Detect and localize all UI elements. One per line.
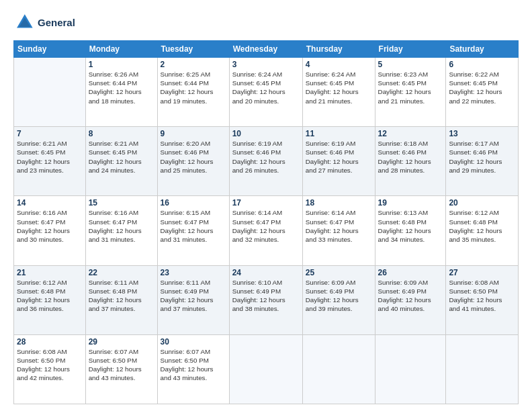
day-number: 27 — [449, 268, 515, 277]
day-number: 19 — [378, 198, 443, 208]
calendar-day-29: 29Sunrise: 6:07 AM Sunset: 6:50 PM Dayli… — [85, 334, 157, 404]
calendar-week-5: 28Sunrise: 6:08 AM Sunset: 6:50 PM Dayli… — [14, 334, 519, 404]
day-info: Sunrise: 6:16 AM Sunset: 6:47 PM Dayligh… — [89, 208, 154, 244]
day-number: 9 — [161, 129, 226, 138]
calendar-empty-cell — [14, 58, 86, 127]
day-number: 28 — [17, 337, 83, 347]
day-info: Sunrise: 6:18 AM Sunset: 6:46 PM Dayligh… — [378, 139, 443, 175]
logo-text: General — [38, 17, 75, 29]
calendar-day-9: 9Sunrise: 6:20 AM Sunset: 6:46 PM Daylig… — [157, 127, 229, 196]
calendar-day-25: 25Sunrise: 6:09 AM Sunset: 6:49 PM Dayli… — [302, 265, 375, 334]
day-info: Sunrise: 6:09 AM Sunset: 6:49 PM Dayligh… — [378, 278, 443, 314]
calendar-day-23: 23Sunrise: 6:11 AM Sunset: 6:49 PM Dayli… — [157, 265, 229, 334]
day-info: Sunrise: 6:07 AM Sunset: 6:50 PM Dayligh… — [89, 347, 154, 383]
day-info: Sunrise: 6:12 AM Sunset: 6:48 PM Dayligh… — [449, 208, 515, 244]
day-number: 21 — [17, 268, 83, 277]
day-info: Sunrise: 6:26 AM Sunset: 6:44 PM Dayligh… — [89, 70, 154, 105]
calendar-header-row: SundayMondayTuesdayWednesdayThursdayFrid… — [14, 41, 519, 58]
calendar-day-8: 8Sunrise: 6:21 AM Sunset: 6:45 PM Daylig… — [85, 127, 157, 196]
calendar-header-wednesday: Wednesday — [229, 41, 302, 58]
calendar-week-2: 7Sunrise: 6:21 AM Sunset: 6:45 PM Daylig… — [14, 127, 519, 196]
day-number: 6 — [449, 60, 515, 69]
day-info: Sunrise: 6:10 AM Sunset: 6:49 PM Dayligh… — [232, 278, 300, 314]
day-info: Sunrise: 6:13 AM Sunset: 6:48 PM Dayligh… — [378, 208, 443, 244]
calendar-day-26: 26Sunrise: 6:09 AM Sunset: 6:49 PM Dayli… — [375, 265, 446, 334]
day-info: Sunrise: 6:14 AM Sunset: 6:47 PM Dayligh… — [232, 208, 300, 244]
day-info: Sunrise: 6:21 AM Sunset: 6:45 PM Dayligh… — [89, 139, 154, 175]
day-number: 11 — [306, 129, 372, 138]
calendar-week-3: 14Sunrise: 6:16 AM Sunset: 6:47 PM Dayli… — [14, 196, 519, 265]
calendar-day-30: 30Sunrise: 6:07 AM Sunset: 6:50 PM Dayli… — [157, 334, 229, 404]
day-number: 10 — [232, 129, 300, 138]
calendar-header-thursday: Thursday — [302, 41, 375, 58]
logo: General — [13, 12, 75, 34]
day-number: 16 — [161, 198, 226, 208]
day-info: Sunrise: 6:20 AM Sunset: 6:46 PM Dayligh… — [161, 139, 226, 175]
day-info: Sunrise: 6:19 AM Sunset: 6:46 PM Dayligh… — [232, 139, 300, 175]
calendar-week-4: 21Sunrise: 6:12 AM Sunset: 6:48 PM Dayli… — [14, 265, 519, 334]
day-info: Sunrise: 6:17 AM Sunset: 6:46 PM Dayligh… — [449, 139, 515, 175]
day-info: Sunrise: 6:23 AM Sunset: 6:45 PM Dayligh… — [378, 70, 443, 105]
day-info: Sunrise: 6:14 AM Sunset: 6:47 PM Dayligh… — [306, 208, 372, 244]
calendar-day-12: 12Sunrise: 6:18 AM Sunset: 6:46 PM Dayli… — [375, 127, 446, 196]
day-number: 30 — [161, 337, 226, 347]
day-info: Sunrise: 6:11 AM Sunset: 6:48 PM Dayligh… — [89, 278, 154, 314]
calendar-empty-cell — [446, 334, 519, 404]
day-number: 1 — [89, 60, 154, 69]
header: General — [13, 12, 519, 34]
calendar-day-27: 27Sunrise: 6:08 AM Sunset: 6:50 PM Dayli… — [446, 265, 519, 334]
day-info: Sunrise: 6:25 AM Sunset: 6:44 PM Dayligh… — [161, 70, 226, 105]
day-number: 15 — [89, 198, 154, 208]
day-info: Sunrise: 6:16 AM Sunset: 6:47 PM Dayligh… — [17, 208, 83, 244]
calendar-day-17: 17Sunrise: 6:14 AM Sunset: 6:47 PM Dayli… — [229, 196, 302, 265]
calendar-day-11: 11Sunrise: 6:19 AM Sunset: 6:46 PM Dayli… — [302, 127, 375, 196]
day-number: 14 — [17, 198, 83, 208]
calendar-header-friday: Friday — [375, 41, 446, 58]
calendar-day-4: 4Sunrise: 6:24 AM Sunset: 6:45 PM Daylig… — [302, 58, 375, 127]
calendar-table: SundayMondayTuesdayWednesdayThursdayFrid… — [13, 40, 519, 404]
calendar-header-monday: Monday — [85, 41, 157, 58]
day-info: Sunrise: 6:24 AM Sunset: 6:45 PM Dayligh… — [232, 70, 300, 105]
calendar-empty-cell — [375, 334, 446, 404]
calendar-day-19: 19Sunrise: 6:13 AM Sunset: 6:48 PM Dayli… — [375, 196, 446, 265]
calendar-day-7: 7Sunrise: 6:21 AM Sunset: 6:45 PM Daylig… — [14, 127, 86, 196]
day-number: 4 — [306, 60, 372, 69]
day-number: 29 — [89, 337, 154, 347]
calendar-header-tuesday: Tuesday — [157, 41, 229, 58]
calendar-header-saturday: Saturday — [446, 41, 519, 58]
calendar-empty-cell — [302, 334, 375, 404]
page: General SundayMondayTuesdayWednesdayThur… — [0, 0, 532, 411]
day-number: 22 — [89, 268, 154, 277]
calendar-day-6: 6Sunrise: 6:22 AM Sunset: 6:45 PM Daylig… — [446, 58, 519, 127]
day-number: 18 — [306, 198, 372, 208]
day-number: 24 — [232, 268, 300, 277]
day-info: Sunrise: 6:15 AM Sunset: 6:47 PM Dayligh… — [161, 208, 226, 244]
calendar-day-15: 15Sunrise: 6:16 AM Sunset: 6:47 PM Dayli… — [85, 196, 157, 265]
calendar-day-5: 5Sunrise: 6:23 AM Sunset: 6:45 PM Daylig… — [375, 58, 446, 127]
calendar-empty-cell — [229, 334, 302, 404]
calendar-day-1: 1Sunrise: 6:26 AM Sunset: 6:44 PM Daylig… — [85, 58, 157, 127]
day-number: 7 — [17, 129, 83, 138]
day-number: 20 — [449, 198, 515, 208]
calendar-day-28: 28Sunrise: 6:08 AM Sunset: 6:50 PM Dayli… — [14, 334, 86, 404]
day-info: Sunrise: 6:08 AM Sunset: 6:50 PM Dayligh… — [17, 347, 83, 383]
day-info: Sunrise: 6:08 AM Sunset: 6:50 PM Dayligh… — [449, 278, 515, 314]
day-info: Sunrise: 6:22 AM Sunset: 6:45 PM Dayligh… — [449, 70, 515, 105]
day-number: 3 — [232, 60, 300, 69]
logo-icon — [13, 12, 35, 34]
calendar-day-10: 10Sunrise: 6:19 AM Sunset: 6:46 PM Dayli… — [229, 127, 302, 196]
day-number: 13 — [449, 129, 515, 138]
calendar-day-13: 13Sunrise: 6:17 AM Sunset: 6:46 PM Dayli… — [446, 127, 519, 196]
calendar-day-2: 2Sunrise: 6:25 AM Sunset: 6:44 PM Daylig… — [157, 58, 229, 127]
calendar-day-22: 22Sunrise: 6:11 AM Sunset: 6:48 PM Dayli… — [85, 265, 157, 334]
calendar-day-16: 16Sunrise: 6:15 AM Sunset: 6:47 PM Dayli… — [157, 196, 229, 265]
day-info: Sunrise: 6:19 AM Sunset: 6:46 PM Dayligh… — [306, 139, 372, 175]
day-number: 23 — [161, 268, 226, 277]
calendar-day-24: 24Sunrise: 6:10 AM Sunset: 6:49 PM Dayli… — [229, 265, 302, 334]
day-number: 26 — [378, 268, 443, 277]
calendar-day-14: 14Sunrise: 6:16 AM Sunset: 6:47 PM Dayli… — [14, 196, 86, 265]
day-info: Sunrise: 6:11 AM Sunset: 6:49 PM Dayligh… — [161, 278, 226, 314]
calendar-day-18: 18Sunrise: 6:14 AM Sunset: 6:47 PM Dayli… — [302, 196, 375, 265]
day-number: 8 — [89, 129, 154, 138]
day-info: Sunrise: 6:24 AM Sunset: 6:45 PM Dayligh… — [306, 70, 372, 105]
